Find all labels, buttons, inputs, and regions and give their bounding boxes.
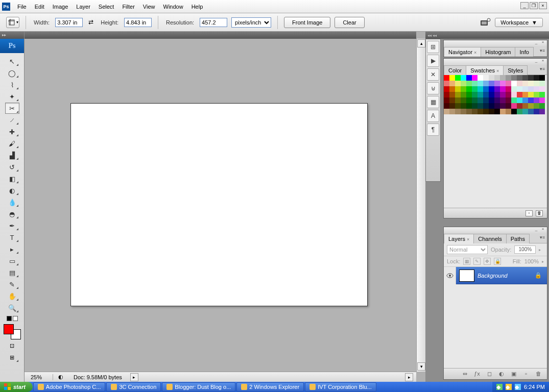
swatch[interactable] (528, 86, 534, 92)
swap-dimensions-icon[interactable]: ⇄ (87, 18, 95, 27)
swatch[interactable] (534, 109, 539, 114)
swatch[interactable] (478, 109, 483, 114)
swatch[interactable] (472, 103, 478, 109)
tab-color[interactable]: Color (444, 65, 466, 75)
swatch[interactable] (483, 109, 489, 114)
swatch[interactable] (500, 97, 506, 103)
swatch[interactable] (444, 92, 449, 97)
swatch[interactable] (444, 86, 449, 92)
swatch[interactable] (461, 92, 466, 97)
swatch[interactable] (449, 103, 455, 109)
menu-help[interactable]: Help (187, 0, 207, 13)
swatch[interactable] (517, 81, 522, 86)
swatch[interactable] (517, 92, 522, 97)
brush-tool[interactable]: 🖌 (5, 138, 19, 149)
shape-tool[interactable]: ▭ (5, 255, 19, 266)
swatch[interactable] (494, 97, 500, 103)
doc-info[interactable]: Doc: 9.58M/0 bytes (70, 374, 125, 380)
swatch[interactable] (444, 97, 449, 103)
layer-mask-icon[interactable]: ◻ (486, 371, 493, 378)
swatch[interactable] (444, 81, 449, 86)
swatch[interactable] (539, 97, 545, 103)
swatch[interactable] (461, 109, 466, 114)
vertical-scrollbar[interactable]: ▴ ▾ (416, 39, 425, 372)
swatch[interactable] (534, 86, 539, 92)
swatch[interactable] (511, 81, 517, 86)
close-icon[interactable]: × (474, 50, 476, 55)
delete-layer-icon[interactable]: 🗑 (535, 371, 542, 378)
panel-close-icon[interactable]: × (540, 40, 545, 44)
panel-close-icon[interactable]: × (540, 227, 545, 231)
lock-all-icon[interactable]: 🔒 (494, 258, 501, 265)
eraser-tool[interactable]: ◧ (5, 173, 19, 184)
swatch[interactable] (449, 75, 455, 81)
document-canvas[interactable] (70, 103, 368, 306)
dock-handle[interactable]: ◂◂ ◂◂ (425, 32, 549, 39)
swatch[interactable] (494, 109, 500, 114)
swatch[interactable] (494, 86, 500, 92)
blend-mode-select[interactable]: Normal (447, 245, 488, 254)
swatch[interactable] (461, 86, 466, 92)
tab-channels[interactable]: Channels (473, 234, 506, 243)
swatch[interactable] (455, 103, 461, 109)
collapsed-panel-icon[interactable]: ▦ (427, 96, 439, 108)
swatch[interactable] (511, 75, 517, 81)
toolbox-handle[interactable]: ▸▸ (0, 32, 24, 39)
scroll-down-arrow[interactable]: ▾ (417, 362, 425, 371)
crop-tool[interactable]: ✂ (5, 103, 19, 114)
swatch[interactable] (449, 97, 455, 103)
swatch[interactable] (511, 97, 517, 103)
swatch[interactable] (483, 81, 489, 86)
tray-icon[interactable]: ◆ (496, 384, 503, 390)
clear-button[interactable]: Clear (335, 17, 364, 28)
swatch[interactable] (528, 75, 534, 81)
scroll-right-arrow[interactable]: ▸ (405, 373, 413, 381)
swatch[interactable] (522, 103, 528, 109)
stamp-tool[interactable]: ▟ (5, 150, 19, 161)
panel-minimize-icon[interactable]: _ (534, 40, 539, 44)
menu-image[interactable]: Image (49, 0, 73, 13)
swatch[interactable] (466, 109, 472, 114)
tab-info[interactable]: Info (515, 47, 533, 57)
height-input[interactable] (124, 18, 152, 27)
swatch[interactable] (500, 103, 506, 109)
swatch[interactable] (517, 97, 522, 103)
swatch[interactable] (494, 81, 500, 86)
tab-paths[interactable]: Paths (506, 234, 530, 243)
swatch[interactable] (444, 109, 449, 114)
swatch[interactable] (489, 75, 494, 81)
slice-tool[interactable]: ⟋ (5, 114, 19, 126)
swatch[interactable] (472, 97, 478, 103)
swatch[interactable] (539, 109, 545, 114)
wand-tool[interactable]: ✦ (5, 91, 19, 102)
swatch[interactable] (466, 75, 472, 81)
swatch[interactable] (517, 103, 522, 109)
hand-tool[interactable]: ✋ (5, 290, 19, 302)
swatch[interactable] (522, 97, 528, 103)
menu-edit[interactable]: Edit (31, 0, 49, 13)
width-input[interactable] (55, 18, 83, 27)
close-icon[interactable]: × (496, 68, 499, 74)
swatch[interactable] (539, 81, 545, 86)
swatch[interactable] (483, 92, 489, 97)
group-icon[interactable]: ▣ (510, 371, 517, 378)
move-tool[interactable]: ↖ (5, 56, 19, 67)
front-image-button[interactable]: Front Image (284, 17, 330, 28)
swatch[interactable] (528, 103, 534, 109)
notes-tool[interactable]: ▤ (5, 267, 19, 278)
swatch[interactable] (506, 103, 511, 109)
zoom-level-input[interactable]: 25% (28, 374, 53, 380)
collapsed-panel-icon[interactable]: ⊞ (427, 41, 439, 53)
swatch[interactable] (522, 109, 528, 114)
default-colors-swap[interactable] (0, 316, 24, 321)
swatch[interactable] (500, 86, 506, 92)
swatch[interactable] (455, 109, 461, 114)
swatch[interactable] (455, 86, 461, 92)
swatch[interactable] (478, 81, 483, 86)
tray-icon[interactable]: ◆ (506, 384, 512, 390)
marquee-tool[interactable]: ◯ (5, 67, 19, 79)
menu-view[interactable]: View (139, 0, 159, 13)
swatch[interactable] (506, 92, 511, 97)
clock[interactable]: 6:24 PM (524, 384, 545, 390)
menu-filter[interactable]: Filter (118, 0, 138, 13)
